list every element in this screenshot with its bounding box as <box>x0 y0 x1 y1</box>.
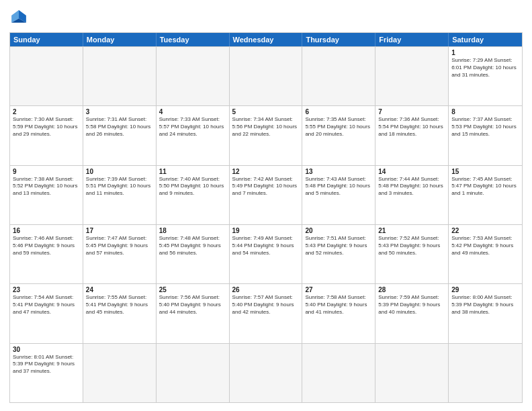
day-number: 17 <box>86 227 153 234</box>
day-info: Sunrise: 7:33 AM Sunset: 5:57 PM Dayligh… <box>159 116 226 138</box>
calendar-cell: 13Sunrise: 7:43 AM Sunset: 5:48 PM Dayli… <box>302 166 375 224</box>
day-info: Sunrise: 7:55 AM Sunset: 5:41 PM Dayligh… <box>86 294 153 316</box>
day-info: Sunrise: 7:38 AM Sunset: 5:52 PM Dayligh… <box>13 176 80 197</box>
calendar-row-3: 16Sunrise: 7:46 AM Sunset: 5:46 PM Dayli… <box>10 224 522 283</box>
calendar-cell <box>230 344 303 402</box>
day-info: Sunrise: 7:29 AM Sunset: 6:01 PM Dayligh… <box>451 57 519 79</box>
day-of-week-monday: Monday <box>83 33 157 46</box>
calendar-cell: 3Sunrise: 7:31 AM Sunset: 5:58 PM Daylig… <box>83 106 157 165</box>
day-number: 9 <box>13 168 80 175</box>
day-info: Sunrise: 7:51 AM Sunset: 5:43 PM Dayligh… <box>305 235 372 257</box>
day-info: Sunrise: 8:01 AM Sunset: 5:39 PM Dayligh… <box>13 354 80 375</box>
calendar-cell: 22Sunrise: 7:53 AM Sunset: 5:42 PM Dayli… <box>449 225 522 283</box>
day-info: Sunrise: 7:40 AM Sunset: 5:50 PM Dayligh… <box>159 176 226 197</box>
day-info: Sunrise: 7:54 AM Sunset: 5:41 PM Dayligh… <box>13 294 80 316</box>
day-of-week-wednesday: Wednesday <box>230 33 303 46</box>
calendar-cell <box>230 47 303 105</box>
calendar-row-2: 9Sunrise: 7:38 AM Sunset: 5:52 PM Daylig… <box>10 165 522 224</box>
calendar-cell: 17Sunrise: 7:47 AM Sunset: 5:45 PM Dayli… <box>83 225 157 283</box>
calendar-cell: 12Sunrise: 7:42 AM Sunset: 5:49 PM Dayli… <box>230 166 303 224</box>
day-number: 7 <box>378 108 445 116</box>
day-info: Sunrise: 7:47 AM Sunset: 5:45 PM Dayligh… <box>86 235 153 257</box>
calendar-header: SundayMondayTuesdayWednesdayThursdayFrid… <box>10 33 522 46</box>
day-info: Sunrise: 7:56 AM Sunset: 5:40 PM Dayligh… <box>159 294 226 316</box>
calendar-cell: 5Sunrise: 7:34 AM Sunset: 5:56 PM Daylig… <box>230 106 303 165</box>
calendar-cell <box>302 344 375 402</box>
day-info: Sunrise: 7:43 AM Sunset: 5:48 PM Dayligh… <box>305 176 372 197</box>
header <box>9 8 523 27</box>
day-number: 13 <box>305 168 372 175</box>
calendar-cell <box>83 344 157 402</box>
day-of-week-saturday: Saturday <box>449 33 522 46</box>
calendar-cell <box>10 47 83 105</box>
calendar-cell: 23Sunrise: 7:54 AM Sunset: 5:41 PM Dayli… <box>10 284 83 342</box>
calendar-cell <box>157 47 230 105</box>
calendar-cell: 16Sunrise: 7:46 AM Sunset: 5:46 PM Dayli… <box>10 225 83 283</box>
day-number: 1 <box>451 49 519 56</box>
day-number: 6 <box>305 108 372 116</box>
calendar-cell: 4Sunrise: 7:33 AM Sunset: 5:57 PM Daylig… <box>157 106 230 165</box>
day-info: Sunrise: 7:44 AM Sunset: 5:48 PM Dayligh… <box>378 176 445 197</box>
day-info: Sunrise: 7:57 AM Sunset: 5:40 PM Dayligh… <box>232 294 300 316</box>
calendar-cell: 6Sunrise: 7:35 AM Sunset: 5:55 PM Daylig… <box>302 106 375 165</box>
calendar-row-4: 23Sunrise: 7:54 AM Sunset: 5:41 PM Dayli… <box>10 283 522 342</box>
day-info: Sunrise: 7:39 AM Sunset: 5:51 PM Dayligh… <box>86 176 153 197</box>
day-number: 22 <box>451 227 519 234</box>
day-number: 3 <box>86 108 153 116</box>
day-number: 11 <box>159 168 226 175</box>
day-info: Sunrise: 7:49 AM Sunset: 5:44 PM Dayligh… <box>232 235 300 257</box>
day-number: 23 <box>13 286 80 293</box>
calendar-cell <box>375 47 449 105</box>
calendar-cell <box>375 344 449 402</box>
day-info: Sunrise: 7:42 AM Sunset: 5:49 PM Dayligh… <box>232 176 300 197</box>
day-number: 12 <box>232 168 300 175</box>
day-number: 30 <box>13 346 80 353</box>
day-info: Sunrise: 7:34 AM Sunset: 5:56 PM Dayligh… <box>232 116 300 138</box>
day-number: 8 <box>451 108 519 116</box>
day-number: 2 <box>13 108 80 116</box>
day-info: Sunrise: 7:30 AM Sunset: 5:59 PM Dayligh… <box>13 116 80 138</box>
day-number: 25 <box>159 286 226 293</box>
day-number: 24 <box>86 286 153 293</box>
day-info: Sunrise: 7:37 AM Sunset: 5:53 PM Dayligh… <box>451 116 519 138</box>
calendar-cell: 7Sunrise: 7:36 AM Sunset: 5:54 PM Daylig… <box>375 106 449 165</box>
day-number: 27 <box>305 286 372 293</box>
day-info: Sunrise: 7:36 AM Sunset: 5:54 PM Dayligh… <box>378 116 445 138</box>
calendar-cell: 30Sunrise: 8:01 AM Sunset: 5:39 PM Dayli… <box>10 344 83 402</box>
calendar: SundayMondayTuesdayWednesdayThursdayFrid… <box>9 32 523 403</box>
day-info: Sunrise: 7:52 AM Sunset: 5:43 PM Dayligh… <box>378 235 445 257</box>
day-number: 18 <box>159 227 226 234</box>
calendar-cell <box>449 344 522 402</box>
day-number: 19 <box>232 227 300 234</box>
page: SundayMondayTuesdayWednesdayThursdayFrid… <box>0 0 532 411</box>
calendar-cell: 20Sunrise: 7:51 AM Sunset: 5:43 PM Dayli… <box>302 225 375 283</box>
calendar-cell: 28Sunrise: 7:59 AM Sunset: 5:39 PM Dayli… <box>375 284 449 342</box>
calendar-cell: 19Sunrise: 7:49 AM Sunset: 5:44 PM Dayli… <box>230 225 303 283</box>
calendar-row-5: 30Sunrise: 8:01 AM Sunset: 5:39 PM Dayli… <box>10 343 522 402</box>
day-of-week-friday: Friday <box>375 33 449 46</box>
calendar-cell: 21Sunrise: 7:52 AM Sunset: 5:43 PM Dayli… <box>375 225 449 283</box>
day-of-week-tuesday: Tuesday <box>157 33 230 46</box>
day-number: 20 <box>305 227 372 234</box>
calendar-cell: 10Sunrise: 7:39 AM Sunset: 5:51 PM Dayli… <box>83 166 157 224</box>
day-info: Sunrise: 7:35 AM Sunset: 5:55 PM Dayligh… <box>305 116 372 138</box>
calendar-cell: 15Sunrise: 7:45 AM Sunset: 5:47 PM Dayli… <box>449 166 522 224</box>
day-number: 28 <box>378 286 445 293</box>
day-info: Sunrise: 7:46 AM Sunset: 5:46 PM Dayligh… <box>13 235 80 257</box>
day-number: 26 <box>232 286 300 293</box>
day-number: 16 <box>13 227 80 234</box>
day-number: 10 <box>86 168 153 175</box>
calendar-cell: 18Sunrise: 7:48 AM Sunset: 5:45 PM Dayli… <box>157 225 230 283</box>
day-info: Sunrise: 7:58 AM Sunset: 5:40 PM Dayligh… <box>305 294 372 316</box>
day-info: Sunrise: 7:31 AM Sunset: 5:58 PM Dayligh… <box>86 116 153 138</box>
day-info: Sunrise: 7:45 AM Sunset: 5:47 PM Dayligh… <box>451 176 519 197</box>
calendar-cell: 9Sunrise: 7:38 AM Sunset: 5:52 PM Daylig… <box>10 166 83 224</box>
calendar-cell: 8Sunrise: 7:37 AM Sunset: 5:53 PM Daylig… <box>449 106 522 165</box>
calendar-cell <box>302 47 375 105</box>
calendar-cell: 14Sunrise: 7:44 AM Sunset: 5:48 PM Dayli… <box>375 166 449 224</box>
calendar-cell: 29Sunrise: 8:00 AM Sunset: 5:39 PM Dayli… <box>449 284 522 342</box>
day-info: Sunrise: 7:48 AM Sunset: 5:45 PM Dayligh… <box>159 235 226 257</box>
day-info: Sunrise: 7:59 AM Sunset: 5:39 PM Dayligh… <box>378 294 445 316</box>
calendar-cell: 25Sunrise: 7:56 AM Sunset: 5:40 PM Dayli… <box>157 284 230 342</box>
day-number: 15 <box>451 168 519 175</box>
